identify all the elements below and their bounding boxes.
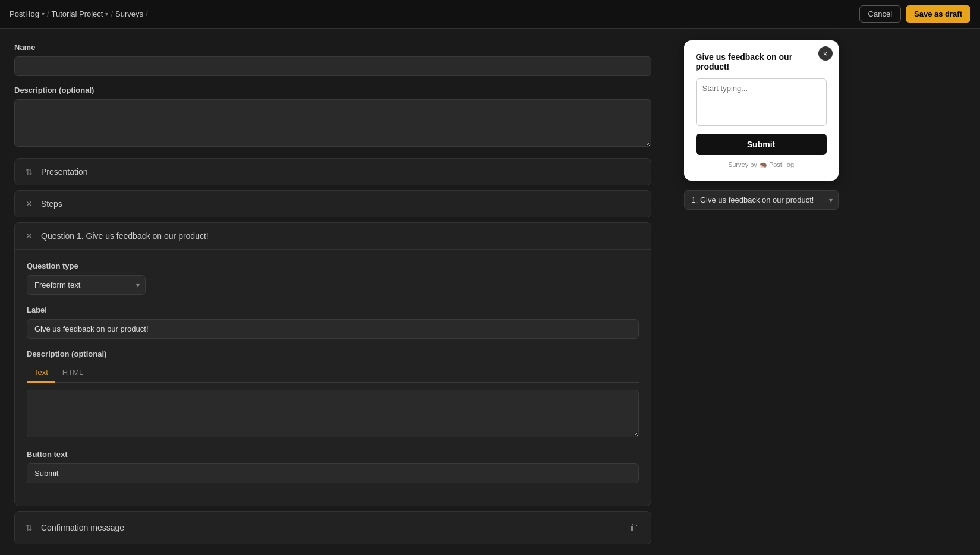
- question-description-group: Description (optional) Text HTML: [27, 349, 639, 439]
- steps-label: Steps: [41, 199, 62, 209]
- question-type-label: Question type: [27, 261, 639, 270]
- confirmation-toggle-icon: ⇅: [24, 523, 34, 532]
- survey-preview-card: × Give us feedback on our product! Submi…: [684, 40, 839, 181]
- button-text-group: Button text: [27, 450, 639, 483]
- chevron-down-icon-2: ▾: [105, 11, 108, 17]
- preview-question-selector[interactable]: 1. Give us feedback on our product!: [684, 190, 839, 210]
- question-toggle-icon: ✕: [24, 231, 34, 241]
- preview-selector-wrapper: 1. Give us feedback on our product! ▾: [684, 190, 839, 210]
- question-type-group: Question type Freeform text Single choic…: [27, 261, 639, 295]
- label-field-label: Label: [27, 305, 639, 314]
- question-header-label: Question 1. Give us feedback on our prod…: [41, 231, 209, 241]
- description-input[interactable]: [14, 99, 651, 147]
- description-field-group: Description (optional): [14, 86, 651, 149]
- preview-footer: Survey by 🦔 PostHog: [696, 161, 827, 169]
- button-text-label: Button text: [27, 450, 639, 459]
- question-type-select[interactable]: Freeform text Single choice Multiple cho…: [27, 275, 146, 295]
- preview-submit-button[interactable]: Submit: [696, 134, 827, 155]
- steps-section[interactable]: ✕ Steps: [14, 190, 651, 217]
- main-layout: Name Description (optional) ⇅ Presentati…: [0, 29, 980, 555]
- label-input[interactable]: [27, 319, 639, 339]
- question-header[interactable]: ✕ Question 1. Give us feedback on our pr…: [15, 223, 651, 250]
- confirmation-row: ⇅ Confirmation message 🗑: [14, 511, 651, 544]
- name-input[interactable]: [14, 56, 651, 76]
- tab-text[interactable]: Text: [27, 363, 55, 383]
- label-field-group: Label: [27, 305, 639, 339]
- left-panel: Name Description (optional) ⇅ Presentati…: [0, 29, 666, 555]
- breadcrumb: PostHog ▾ / Tutorial Project ▾ / Surveys…: [10, 10, 148, 18]
- save-as-draft-button[interactable]: Save as draft: [906, 5, 970, 23]
- breadcrumb-tutorial-project[interactable]: Tutorial Project ▾: [52, 10, 109, 18]
- breadcrumb-posthog-label: PostHog: [10, 10, 39, 18]
- question-type-select-wrapper: Freeform text Single choice Multiple cho…: [27, 275, 146, 295]
- preview-textarea[interactable]: [696, 78, 827, 126]
- desc-tab-bar: Text HTML: [27, 363, 639, 383]
- name-field-group: Name: [14, 43, 651, 76]
- breadcrumb-tutorial-label: Tutorial Project: [52, 10, 103, 18]
- right-panel: × Give us feedback on our product! Submi…: [666, 29, 856, 555]
- question-block: ✕ Question 1. Give us feedback on our pr…: [14, 222, 651, 506]
- preview-title: Give us feedback on our product!: [696, 52, 827, 71]
- confirmation-content[interactable]: ⇅ Confirmation message: [24, 523, 620, 532]
- steps-toggle-icon: ✕: [24, 199, 34, 209]
- cancel-button[interactable]: Cancel: [859, 5, 901, 23]
- nav-actions: Cancel Save as draft: [859, 5, 970, 23]
- close-icon: ×: [823, 49, 828, 58]
- preview-close-button[interactable]: ×: [818, 46, 833, 61]
- breadcrumb-sep-1: /: [47, 10, 49, 18]
- trash-icon: 🗑: [629, 522, 639, 532]
- top-navigation: PostHog ▾ / Tutorial Project ▾ / Surveys…: [0, 0, 980, 29]
- question-desc-input[interactable]: [27, 390, 639, 437]
- presentation-label: Presentation: [41, 167, 88, 176]
- breadcrumb-surveys-label: Surveys: [115, 10, 143, 18]
- name-label: Name: [14, 43, 651, 52]
- confirmation-label: Confirmation message: [41, 523, 124, 532]
- button-text-input[interactable]: [27, 463, 639, 483]
- description-label: Description (optional): [14, 86, 651, 94]
- presentation-toggle-icon: ⇅: [24, 167, 34, 176]
- question-body: Question type Freeform text Single choic…: [15, 250, 651, 506]
- tab-html[interactable]: HTML: [55, 363, 90, 383]
- breadcrumb-sep-2: /: [111, 10, 113, 18]
- question-desc-label: Description (optional): [27, 349, 639, 358]
- breadcrumb-surveys[interactable]: Surveys: [115, 10, 143, 18]
- presentation-section[interactable]: ⇅ Presentation: [14, 158, 651, 185]
- chevron-down-icon: ▾: [42, 11, 45, 17]
- breadcrumb-posthog[interactable]: PostHog ▾: [10, 10, 45, 18]
- breadcrumb-sep-3: /: [146, 10, 148, 18]
- delete-confirmation-button[interactable]: 🗑: [627, 520, 641, 535]
